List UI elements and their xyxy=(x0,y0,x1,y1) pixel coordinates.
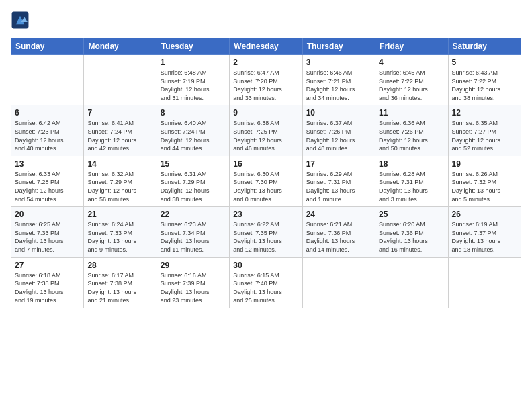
day-header-friday: Friday xyxy=(375,38,448,55)
day-number: 27 xyxy=(15,261,80,270)
day-info: Sunrise: 6:48 AM Sunset: 7:19 PM Dayligh… xyxy=(161,68,226,102)
day-header-tuesday: Tuesday xyxy=(157,38,229,55)
day-info: Sunrise: 6:35 AM Sunset: 7:27 PM Dayligh… xyxy=(452,119,517,152)
day-info: Sunrise: 6:15 AM Sunset: 7:40 PM Dayligh… xyxy=(233,271,298,305)
logo-icon xyxy=(11,11,30,30)
calendar-cell: 19Sunrise: 6:26 AM Sunset: 7:32 PM Dayli… xyxy=(448,156,521,206)
day-info: Sunrise: 6:18 AM Sunset: 7:38 PM Dayligh… xyxy=(15,271,80,305)
calendar-cell: 18Sunrise: 6:28 AM Sunset: 7:31 PM Dayli… xyxy=(375,156,448,206)
calendar-cell: 25Sunrise: 6:20 AM Sunset: 7:36 PM Dayli… xyxy=(375,207,448,257)
day-number: 10 xyxy=(306,108,371,118)
calendar-cell: 12Sunrise: 6:35 AM Sunset: 7:27 PM Dayli… xyxy=(448,105,521,156)
calendar-cell xyxy=(302,257,375,308)
calendar-cell: 1Sunrise: 6:48 AM Sunset: 7:19 PM Daylig… xyxy=(157,55,229,105)
day-info: Sunrise: 6:43 AM Sunset: 7:22 PM Dayligh… xyxy=(452,68,517,102)
calendar-cell: 6Sunrise: 6:42 AM Sunset: 7:23 PM Daylig… xyxy=(11,105,84,156)
day-number: 7 xyxy=(87,108,152,118)
calendar-cell: 8Sunrise: 6:40 AM Sunset: 7:24 PM Daylig… xyxy=(157,105,229,156)
day-number: 19 xyxy=(452,159,517,169)
day-info: Sunrise: 6:25 AM Sunset: 7:33 PM Dayligh… xyxy=(15,220,80,254)
day-number: 4 xyxy=(379,58,444,67)
day-number: 22 xyxy=(161,210,226,219)
day-number: 21 xyxy=(87,210,152,219)
day-number: 30 xyxy=(233,261,298,270)
day-info: Sunrise: 6:21 AM Sunset: 7:36 PM Dayligh… xyxy=(306,220,371,254)
day-number: 23 xyxy=(233,210,298,219)
day-header-thursday: Thursday xyxy=(302,38,375,55)
calendar-cell: 24Sunrise: 6:21 AM Sunset: 7:36 PM Dayli… xyxy=(302,207,375,257)
calendar-cell: 17Sunrise: 6:29 AM Sunset: 7:31 PM Dayli… xyxy=(302,156,375,206)
day-info: Sunrise: 6:16 AM Sunset: 7:39 PM Dayligh… xyxy=(161,271,226,305)
day-number: 29 xyxy=(161,261,226,270)
calendar-cell xyxy=(11,55,84,105)
day-info: Sunrise: 6:33 AM Sunset: 7:28 PM Dayligh… xyxy=(15,170,80,203)
day-number: 17 xyxy=(306,159,371,169)
calendar-week-5: 27Sunrise: 6:18 AM Sunset: 7:38 PM Dayli… xyxy=(11,257,521,308)
day-info: Sunrise: 6:41 AM Sunset: 7:24 PM Dayligh… xyxy=(87,119,152,152)
day-info: Sunrise: 6:20 AM Sunset: 7:36 PM Dayligh… xyxy=(379,220,444,254)
calendar-cell: 20Sunrise: 6:25 AM Sunset: 7:33 PM Dayli… xyxy=(11,207,84,257)
calendar-cell: 29Sunrise: 6:16 AM Sunset: 7:39 PM Dayli… xyxy=(157,257,229,308)
day-info: Sunrise: 6:37 AM Sunset: 7:26 PM Dayligh… xyxy=(306,119,371,152)
day-info: Sunrise: 6:28 AM Sunset: 7:31 PM Dayligh… xyxy=(379,170,444,203)
calendar-week-2: 6Sunrise: 6:42 AM Sunset: 7:23 PM Daylig… xyxy=(11,105,521,156)
day-number: 25 xyxy=(379,210,444,219)
day-number: 1 xyxy=(161,58,226,67)
calendar-cell: 7Sunrise: 6:41 AM Sunset: 7:24 PM Daylig… xyxy=(84,105,157,156)
day-info: Sunrise: 6:45 AM Sunset: 7:22 PM Dayligh… xyxy=(379,68,444,102)
calendar-cell: 14Sunrise: 6:32 AM Sunset: 7:29 PM Dayli… xyxy=(84,156,157,206)
day-info: Sunrise: 6:46 AM Sunset: 7:21 PM Dayligh… xyxy=(306,68,371,102)
calendar-cell: 21Sunrise: 6:24 AM Sunset: 7:33 PM Dayli… xyxy=(84,207,157,257)
day-number: 11 xyxy=(379,108,444,118)
calendar-week-1: 1Sunrise: 6:48 AM Sunset: 7:19 PM Daylig… xyxy=(11,55,521,105)
calendar-cell: 22Sunrise: 6:23 AM Sunset: 7:34 PM Dayli… xyxy=(157,207,229,257)
calendar-cell xyxy=(448,257,521,308)
day-number: 12 xyxy=(452,108,517,118)
day-header-sunday: Sunday xyxy=(11,38,84,55)
day-info: Sunrise: 6:23 AM Sunset: 7:34 PM Dayligh… xyxy=(161,220,226,254)
calendar-cell: 30Sunrise: 6:15 AM Sunset: 7:40 PM Dayli… xyxy=(230,257,302,308)
calendar-cell: 16Sunrise: 6:30 AM Sunset: 7:30 PM Dayli… xyxy=(230,156,302,206)
day-header-monday: Monday xyxy=(84,38,157,55)
day-info: Sunrise: 6:17 AM Sunset: 7:38 PM Dayligh… xyxy=(87,271,152,305)
day-number: 15 xyxy=(161,159,226,169)
day-header-saturday: Saturday xyxy=(448,38,521,55)
logo xyxy=(11,11,32,30)
page-header xyxy=(11,11,521,30)
calendar-cell: 9Sunrise: 6:38 AM Sunset: 7:25 PM Daylig… xyxy=(230,105,302,156)
day-number: 14 xyxy=(87,159,152,169)
day-number: 2 xyxy=(233,58,298,67)
day-info: Sunrise: 6:38 AM Sunset: 7:25 PM Dayligh… xyxy=(233,119,298,152)
calendar-cell: 28Sunrise: 6:17 AM Sunset: 7:38 PM Dayli… xyxy=(84,257,157,308)
day-info: Sunrise: 6:24 AM Sunset: 7:33 PM Dayligh… xyxy=(87,220,152,254)
day-number: 20 xyxy=(15,210,80,219)
calendar-cell: 15Sunrise: 6:31 AM Sunset: 7:29 PM Dayli… xyxy=(157,156,229,206)
day-info: Sunrise: 6:36 AM Sunset: 7:26 PM Dayligh… xyxy=(379,119,444,152)
day-number: 24 xyxy=(306,210,371,219)
day-info: Sunrise: 6:32 AM Sunset: 7:29 PM Dayligh… xyxy=(87,170,152,203)
calendar-cell: 11Sunrise: 6:36 AM Sunset: 7:26 PM Dayli… xyxy=(375,105,448,156)
day-number: 26 xyxy=(452,210,517,219)
day-info: Sunrise: 6:47 AM Sunset: 7:20 PM Dayligh… xyxy=(233,68,298,102)
calendar-cell: 2Sunrise: 6:47 AM Sunset: 7:20 PM Daylig… xyxy=(230,55,302,105)
calendar-cell: 3Sunrise: 6:46 AM Sunset: 7:21 PM Daylig… xyxy=(302,55,375,105)
day-info: Sunrise: 6:40 AM Sunset: 7:24 PM Dayligh… xyxy=(161,119,226,152)
calendar-week-4: 20Sunrise: 6:25 AM Sunset: 7:33 PM Dayli… xyxy=(11,207,521,257)
calendar-cell xyxy=(84,55,157,105)
calendar-week-3: 13Sunrise: 6:33 AM Sunset: 7:28 PM Dayli… xyxy=(11,156,521,206)
calendar-cell: 27Sunrise: 6:18 AM Sunset: 7:38 PM Dayli… xyxy=(11,257,84,308)
calendar-header-row: SundayMondayTuesdayWednesdayThursdayFrid… xyxy=(11,38,521,55)
day-number: 16 xyxy=(233,159,298,169)
calendar-cell: 13Sunrise: 6:33 AM Sunset: 7:28 PM Dayli… xyxy=(11,156,84,206)
day-info: Sunrise: 6:22 AM Sunset: 7:35 PM Dayligh… xyxy=(233,220,298,254)
day-info: Sunrise: 6:30 AM Sunset: 7:30 PM Dayligh… xyxy=(233,170,298,203)
day-number: 13 xyxy=(15,159,80,169)
day-number: 9 xyxy=(233,108,298,118)
calendar-cell xyxy=(375,257,448,308)
calendar-cell: 5Sunrise: 6:43 AM Sunset: 7:22 PM Daylig… xyxy=(448,55,521,105)
day-number: 6 xyxy=(15,108,80,118)
day-info: Sunrise: 6:19 AM Sunset: 7:37 PM Dayligh… xyxy=(452,220,517,254)
calendar-cell: 26Sunrise: 6:19 AM Sunset: 7:37 PM Dayli… xyxy=(448,207,521,257)
day-header-wednesday: Wednesday xyxy=(230,38,302,55)
day-number: 8 xyxy=(161,108,226,118)
